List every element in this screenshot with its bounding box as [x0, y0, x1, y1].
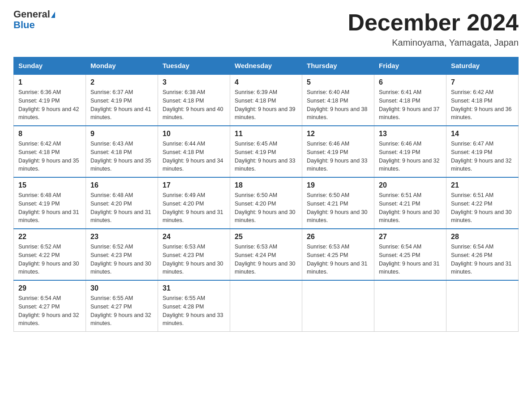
day-number: 29 — [18, 284, 81, 292]
calendar-cell: 27Sunrise: 6:54 AMSunset: 4:25 PMDayligh… — [374, 229, 446, 280]
day-info: Sunrise: 6:54 AMSunset: 4:26 PMDaylight:… — [451, 243, 514, 276]
calendar-cell: 26Sunrise: 6:53 AMSunset: 4:25 PMDayligh… — [302, 229, 374, 280]
day-info: Sunrise: 6:47 AMSunset: 4:19 PMDaylight:… — [451, 140, 514, 173]
day-info: Sunrise: 6:42 AMSunset: 4:18 PMDaylight:… — [18, 140, 81, 173]
day-info: Sunrise: 6:55 AMSunset: 4:27 PMDaylight:… — [90, 294, 153, 328]
logo-general-text: General — [13, 9, 50, 20]
day-info: Sunrise: 6:46 AMSunset: 4:19 PMDaylight:… — [379, 140, 442, 173]
day-number: 22 — [18, 233, 81, 241]
day-number: 5 — [307, 78, 369, 86]
calendar-cell: 30Sunrise: 6:55 AMSunset: 4:27 PMDayligh… — [86, 280, 158, 332]
day-info: Sunrise: 6:48 AMSunset: 4:20 PMDaylight:… — [90, 191, 153, 225]
calendar-cell — [230, 280, 302, 332]
calendar-week-row: 29Sunrise: 6:54 AMSunset: 4:27 PMDayligh… — [14, 280, 519, 332]
calendar-cell — [446, 280, 519, 332]
calendar-cell: 6Sunrise: 6:41 AMSunset: 4:18 PMDaylight… — [374, 74, 446, 126]
day-info: Sunrise: 6:37 AMSunset: 4:19 PMDaylight:… — [90, 88, 153, 122]
calendar-cell: 31Sunrise: 6:55 AMSunset: 4:28 PMDayligh… — [158, 280, 230, 332]
day-number: 30 — [90, 284, 153, 292]
day-info: Sunrise: 6:38 AMSunset: 4:18 PMDaylight:… — [163, 88, 225, 122]
day-number: 9 — [90, 130, 153, 138]
calendar-cell: 8Sunrise: 6:42 AMSunset: 4:18 PMDaylight… — [14, 126, 86, 177]
day-number: 19 — [307, 181, 369, 189]
day-number: 2 — [90, 78, 153, 86]
day-info: Sunrise: 6:41 AMSunset: 4:18 PMDaylight:… — [379, 88, 442, 122]
day-number: 14 — [451, 130, 514, 138]
calendar-cell: 28Sunrise: 6:54 AMSunset: 4:26 PMDayligh… — [446, 229, 519, 280]
day-info: Sunrise: 6:42 AMSunset: 4:18 PMDaylight:… — [451, 88, 514, 122]
day-of-week-header: Saturday — [446, 57, 519, 75]
day-number: 7 — [451, 78, 514, 86]
calendar-cell: 7Sunrise: 6:42 AMSunset: 4:18 PMDaylight… — [446, 74, 519, 126]
day-info: Sunrise: 6:36 AMSunset: 4:19 PMDaylight:… — [18, 88, 81, 122]
logo-triangle-icon — [51, 12, 55, 18]
day-info: Sunrise: 6:52 AMSunset: 4:23 PMDaylight:… — [90, 243, 153, 276]
day-number: 24 — [163, 233, 225, 241]
day-info: Sunrise: 6:39 AMSunset: 4:18 PMDaylight:… — [235, 88, 297, 122]
day-info: Sunrise: 6:50 AMSunset: 4:21 PMDaylight:… — [307, 191, 369, 225]
calendar-cell: 9Sunrise: 6:43 AMSunset: 4:18 PMDaylight… — [86, 126, 158, 177]
calendar-cell: 11Sunrise: 6:45 AMSunset: 4:19 PMDayligh… — [230, 126, 302, 177]
day-number: 17 — [163, 181, 225, 189]
day-info: Sunrise: 6:54 AMSunset: 4:25 PMDaylight:… — [379, 243, 442, 276]
calendar-week-row: 8Sunrise: 6:42 AMSunset: 4:18 PMDaylight… — [14, 126, 519, 177]
calendar-cell: 21Sunrise: 6:51 AMSunset: 4:22 PMDayligh… — [446, 177, 519, 229]
calendar-week-row: 22Sunrise: 6:52 AMSunset: 4:22 PMDayligh… — [14, 229, 519, 280]
day-info: Sunrise: 6:45 AMSunset: 4:19 PMDaylight:… — [235, 140, 297, 173]
day-number: 18 — [235, 181, 297, 189]
calendar-header-row: SundayMondayTuesdayWednesdayThursdayFrid… — [14, 57, 519, 75]
calendar-cell: 17Sunrise: 6:49 AMSunset: 4:20 PMDayligh… — [158, 177, 230, 229]
day-of-week-header: Sunday — [14, 57, 86, 75]
day-number: 13 — [379, 130, 442, 138]
calendar-cell: 14Sunrise: 6:47 AMSunset: 4:19 PMDayligh… — [446, 126, 519, 177]
day-number: 16 — [90, 181, 153, 189]
calendar-table: SundayMondayTuesdayWednesdayThursdayFrid… — [13, 57, 519, 332]
day-info: Sunrise: 6:43 AMSunset: 4:18 PMDaylight:… — [90, 140, 153, 173]
calendar-cell: 4Sunrise: 6:39 AMSunset: 4:18 PMDaylight… — [230, 74, 302, 126]
calendar-week-row: 1Sunrise: 6:36 AMSunset: 4:19 PMDaylight… — [14, 74, 519, 126]
day-of-week-header: Friday — [374, 57, 446, 75]
calendar-cell: 2Sunrise: 6:37 AMSunset: 4:19 PMDaylight… — [86, 74, 158, 126]
calendar-cell: 24Sunrise: 6:53 AMSunset: 4:23 PMDayligh… — [158, 229, 230, 280]
location: Kaminoyama, Yamagata, Japan — [348, 38, 519, 48]
day-info: Sunrise: 6:53 AMSunset: 4:24 PMDaylight:… — [235, 243, 297, 276]
calendar-cell: 15Sunrise: 6:48 AMSunset: 4:19 PMDayligh… — [14, 177, 86, 229]
logo: General Blue — [13, 9, 55, 30]
day-info: Sunrise: 6:44 AMSunset: 4:18 PMDaylight:… — [163, 140, 225, 173]
calendar-cell: 16Sunrise: 6:48 AMSunset: 4:20 PMDayligh… — [86, 177, 158, 229]
day-info: Sunrise: 6:49 AMSunset: 4:20 PMDaylight:… — [163, 191, 225, 225]
day-number: 15 — [18, 181, 81, 189]
day-info: Sunrise: 6:51 AMSunset: 4:21 PMDaylight:… — [379, 191, 442, 225]
day-of-week-header: Tuesday — [158, 57, 230, 75]
calendar-cell: 1Sunrise: 6:36 AMSunset: 4:19 PMDaylight… — [14, 74, 86, 126]
day-number: 26 — [307, 233, 369, 241]
day-number: 20 — [379, 181, 442, 189]
calendar-cell: 10Sunrise: 6:44 AMSunset: 4:18 PMDayligh… — [158, 126, 230, 177]
calendar-cell: 5Sunrise: 6:40 AMSunset: 4:18 PMDaylight… — [302, 74, 374, 126]
day-info: Sunrise: 6:53 AMSunset: 4:23 PMDaylight:… — [163, 243, 225, 276]
calendar-cell: 25Sunrise: 6:53 AMSunset: 4:24 PMDayligh… — [230, 229, 302, 280]
day-info: Sunrise: 6:50 AMSunset: 4:20 PMDaylight:… — [235, 191, 297, 225]
calendar-cell: 23Sunrise: 6:52 AMSunset: 4:23 PMDayligh… — [86, 229, 158, 280]
day-number: 3 — [163, 78, 225, 86]
day-of-week-header: Monday — [86, 57, 158, 75]
calendar-cell: 20Sunrise: 6:51 AMSunset: 4:21 PMDayligh… — [374, 177, 446, 229]
day-number: 27 — [379, 233, 442, 241]
day-number: 28 — [451, 233, 514, 241]
calendar-cell — [302, 280, 374, 332]
calendar-cell — [374, 280, 446, 332]
day-number: 1 — [18, 78, 81, 86]
day-number: 23 — [90, 233, 153, 241]
day-of-week-header: Thursday — [302, 57, 374, 75]
day-number: 10 — [163, 130, 225, 138]
day-number: 6 — [379, 78, 442, 86]
day-info: Sunrise: 6:53 AMSunset: 4:25 PMDaylight:… — [307, 243, 369, 276]
month-title: December 2024 — [348, 9, 519, 36]
calendar-cell: 13Sunrise: 6:46 AMSunset: 4:19 PMDayligh… — [374, 126, 446, 177]
header: General Blue December 2024 Kaminoyama, Y… — [13, 9, 519, 48]
day-number: 8 — [18, 130, 81, 138]
calendar-cell: 18Sunrise: 6:50 AMSunset: 4:20 PMDayligh… — [230, 177, 302, 229]
day-number: 25 — [235, 233, 297, 241]
day-number: 31 — [163, 284, 225, 292]
day-number: 12 — [307, 130, 369, 138]
